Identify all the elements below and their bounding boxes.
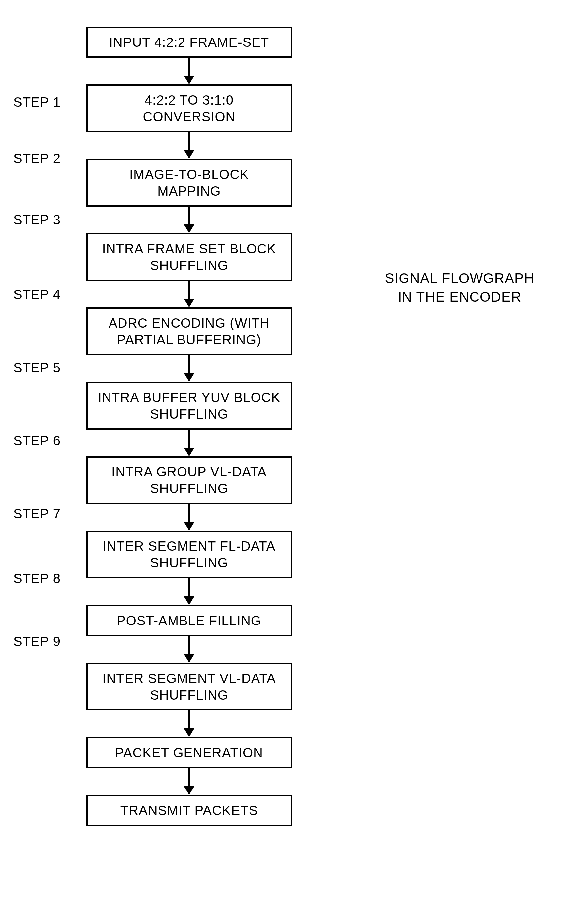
box-input: INPUT 4:2:2 FRAME-SET	[86, 27, 292, 58]
step-label-5: STEP 5	[13, 360, 61, 375]
arrow-icon	[184, 578, 194, 605]
arrow-icon	[184, 281, 194, 308]
step-label-2: STEP 2	[13, 151, 61, 166]
step-label-8: STEP 8	[13, 571, 61, 586]
step-label-4: STEP 4	[13, 287, 61, 302]
box-line: SHUFFLING	[150, 555, 228, 570]
box-step6: INTRA GROUP VL-DATA SHUFFLING	[86, 456, 292, 504]
step-label-3: STEP 3	[13, 212, 61, 227]
box-line: INTER SEGMENT VL-DATA	[102, 671, 276, 686]
arrow-icon	[184, 355, 194, 382]
title-line: SIGNAL FLOWGRAPH	[385, 270, 535, 286]
box-step9: INTER SEGMENT VL-DATA SHUFFLING	[86, 663, 292, 711]
box-line: SHUFFLING	[150, 407, 228, 421]
arrow-icon	[184, 504, 194, 531]
step-label-6: STEP 6	[13, 433, 61, 448]
arrow-icon	[184, 430, 194, 456]
box-packet-gen: PACKET GENERATION	[86, 737, 292, 768]
diagram-title: SIGNAL FLOWGRAPH IN THE ENCODER	[368, 269, 551, 306]
arrow-icon	[184, 132, 194, 159]
arrow-icon	[184, 636, 194, 663]
box-step8: POST-AMBLE FILLING	[86, 605, 292, 636]
box-transmit: TRANSMIT PACKETS	[86, 795, 292, 826]
arrow-icon	[184, 768, 194, 795]
box-line: PARTIAL BUFFERING)	[117, 332, 261, 347]
box-line: SHUFFLING	[150, 481, 228, 496]
box-step7: INTER SEGMENT FL-DATA SHUFFLING	[86, 531, 292, 578]
box-line: INTRA BUFFER YUV BLOCK	[98, 390, 280, 405]
flowchart-container: INPUT 4:2:2 FRAME-SET 4:2:2 TO 3:1:0 CON…	[86, 27, 292, 826]
arrow-icon	[184, 58, 194, 84]
box-step2: IMAGE-TO-BLOCK MAPPING	[86, 159, 292, 207]
box-line: INTER SEGMENT FL-DATA	[103, 539, 275, 554]
box-step5: INTRA BUFFER YUV BLOCK SHUFFLING	[86, 382, 292, 430]
box-step1: 4:2:2 TO 3:1:0 CONVERSION	[86, 84, 292, 132]
box-line: ADRC ENCODING (WITH	[108, 316, 270, 330]
box-line: SHUFFLING	[150, 258, 228, 272]
arrow-icon	[184, 711, 194, 737]
step-label-1: STEP 1	[13, 95, 61, 110]
box-line: SHUFFLING	[150, 688, 228, 702]
step-label-9: STEP 9	[13, 634, 61, 649]
box-step4: ADRC ENCODING (WITH PARTIAL BUFFERING)	[86, 308, 292, 355]
arrow-icon	[184, 207, 194, 233]
box-step3: INTRA FRAME SET BLOCK SHUFFLING	[86, 233, 292, 281]
box-line: INTRA FRAME SET BLOCK	[102, 241, 276, 256]
title-line: IN THE ENCODER	[398, 289, 522, 305]
step-label-7: STEP 7	[13, 506, 61, 521]
box-line: INTRA GROUP VL-DATA	[111, 465, 267, 479]
